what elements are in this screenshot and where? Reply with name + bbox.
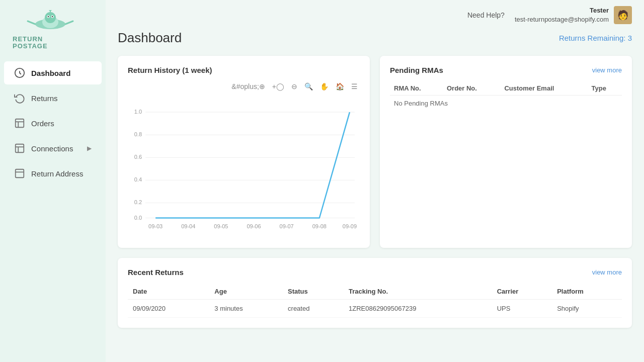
svg-line-10 (65, 21, 73, 24)
sidebar-label-returns: Returns (31, 94, 58, 103)
address-icon (14, 168, 25, 179)
home-btn[interactable]: 🏠 (334, 81, 346, 92)
main-content: Need Help? Tester test-returnpostage@sho… (106, 0, 644, 362)
cell-status: created (283, 299, 344, 317)
search-btn[interactable]: 🔍 (302, 81, 315, 92)
rma-view-more[interactable]: view more (592, 66, 622, 74)
table-row: 09/09/20203 minutescreated1ZRE0862909506… (128, 299, 622, 317)
two-col-section: Return History (1 week) &#oplus;⊕ +◯ ⊖ 🔍… (118, 56, 632, 248)
svg-rect-14 (16, 119, 24, 128)
logo-svg: RETURN POSTAGE (13, 10, 93, 50)
zoom-in-btn[interactable]: &#oplus;⊕ (229, 81, 267, 92)
table-row: No Pending RMAs (390, 96, 622, 112)
rma-col-rma-no: RMA No. (390, 81, 443, 96)
cell-tracking: 1ZRE08629095067239 (344, 299, 492, 317)
sidebar-label-return-address: Return Address (31, 169, 83, 178)
svg-rect-17 (16, 144, 24, 153)
svg-text:0.4: 0.4 (134, 177, 142, 183)
chart-header: Return History (1 week) (128, 66, 360, 74)
returns-table-head: Date Age Status Tracking No. Carrier Pla… (128, 284, 622, 300)
sidebar: RETURN POSTAGE Dashboard Returns Orders … (0, 0, 106, 362)
user-text: Tester test-returnpostage@shopify.com (515, 6, 609, 24)
returns-icon (14, 93, 25, 104)
returns-table-body: 09/09/20203 minutescreated1ZRE0862909506… (128, 299, 622, 317)
username: Tester (515, 6, 609, 15)
col-carrier: Carrier (492, 284, 552, 300)
cell-platform: Shopify (552, 299, 622, 317)
sidebar-item-connections[interactable]: Connections ▶ (4, 137, 102, 160)
svg-text:0.2: 0.2 (134, 200, 142, 206)
svg-text:09-09: 09-09 (343, 223, 357, 229)
chart-card: Return History (1 week) &#oplus;⊕ +◯ ⊖ 🔍… (118, 56, 370, 248)
rma-header-row: RMA No. Order No. Customer Email Type (390, 81, 622, 96)
returns-table: Date Age Status Tracking No. Carrier Pla… (128, 284, 622, 318)
zoom-in-icon-btn[interactable]: +◯ (270, 81, 286, 92)
sidebar-label-orders: Orders (31, 119, 54, 128)
svg-text:0.8: 0.8 (134, 132, 142, 138)
svg-text:1.0: 1.0 (134, 109, 142, 115)
rma-table-body: No Pending RMAs (390, 96, 622, 112)
rma-col-customer-email: Customer Email (500, 81, 587, 96)
top-header: Need Help? Tester test-returnpostage@sho… (106, 0, 644, 30)
rma-header: Pending RMAs view more (390, 66, 622, 74)
chevron-right-icon: ▶ (87, 145, 92, 152)
sidebar-item-returns[interactable]: Returns (4, 86, 102, 110)
svg-line-9 (28, 21, 35, 24)
rma-title: Pending RMAs (390, 66, 443, 74)
sidebar-label-dashboard: Dashboard (31, 69, 70, 77)
col-age: Age (209, 284, 283, 300)
svg-text:POSTAGE: POSTAGE (13, 42, 48, 50)
page-title: Dashboard (118, 30, 182, 46)
connections-icon (14, 143, 25, 154)
svg-text:09-04: 09-04 (181, 223, 195, 229)
need-help-link[interactable]: Need Help? (467, 11, 505, 19)
rma-col-order-no: Order No. (443, 81, 500, 96)
recent-returns-title: Recent Returns (128, 268, 184, 277)
chart-toolbar: &#oplus;⊕ +◯ ⊖ 🔍 ✋ 🏠 ☰ (128, 81, 360, 92)
line-chart: 1.0 0.8 0.6 0.4 0.2 0.0 (128, 95, 360, 236)
svg-point-2 (45, 12, 56, 23)
svg-point-5 (48, 16, 49, 17)
svg-text:09-08: 09-08 (312, 223, 327, 229)
recent-returns-card: Recent Returns view more Date Age Status… (118, 258, 632, 328)
sidebar-item-orders[interactable]: Orders (4, 112, 102, 135)
rma-card: Pending RMAs view more RMA No. Order No.… (380, 56, 632, 248)
svg-point-6 (52, 16, 53, 17)
returns-header-row: Date Age Status Tracking No. Carrier Pla… (128, 284, 622, 300)
page-header: Dashboard Returns Remaining: 3 (118, 30, 632, 46)
sidebar-item-return-address[interactable]: Return Address (4, 162, 102, 185)
no-pending-rma: No Pending RMAs (390, 96, 622, 112)
col-tracking: Tracking No. (344, 284, 492, 300)
recent-returns-header: Recent Returns view more (128, 268, 622, 277)
rma-col-type: Type (588, 81, 622, 96)
user-email: test-returnpostage@shopify.com (515, 16, 609, 23)
drag-btn[interactable]: ✋ (318, 81, 331, 92)
zoom-out-btn[interactable]: ⊖ (289, 81, 299, 92)
dashboard-icon (14, 67, 25, 78)
chart-area: 1.0 0.8 0.6 0.4 0.2 0.0 (128, 95, 360, 238)
svg-text:09-07: 09-07 (280, 223, 294, 229)
cell-carrier: UPS (492, 299, 552, 317)
rma-table: RMA No. Order No. Customer Email Type No… (390, 81, 622, 111)
menu-btn[interactable]: ☰ (349, 81, 360, 92)
page-content: Dashboard Returns Remaining: 3 Return Hi… (106, 30, 644, 362)
col-date: Date (128, 284, 209, 300)
orders-icon (14, 118, 25, 129)
chart-title: Return History (1 week) (128, 66, 212, 74)
svg-text:09-03: 09-03 (148, 223, 163, 229)
sidebar-item-dashboard[interactable]: Dashboard (4, 61, 102, 84)
col-status: Status (283, 284, 344, 300)
recent-returns-view-more[interactable]: view more (592, 268, 622, 276)
svg-text:RETURN: RETURN (13, 35, 43, 43)
logo-area: RETURN POSTAGE (0, 5, 106, 60)
user-info: Tester test-returnpostage@shopify.com 🧑 (515, 6, 632, 24)
svg-point-8 (49, 10, 52, 11)
cell-date: 09/09/2020 (128, 299, 209, 317)
rma-table-head: RMA No. Order No. Customer Email Type (390, 81, 622, 96)
returns-remaining: Returns Remaining: 3 (559, 34, 632, 42)
svg-rect-20 (16, 169, 24, 178)
cell-age: 3 minutes (209, 299, 283, 317)
svg-text:09-05: 09-05 (214, 223, 228, 229)
avatar[interactable]: 🧑 (614, 6, 632, 24)
svg-text:09-06: 09-06 (247, 223, 261, 229)
